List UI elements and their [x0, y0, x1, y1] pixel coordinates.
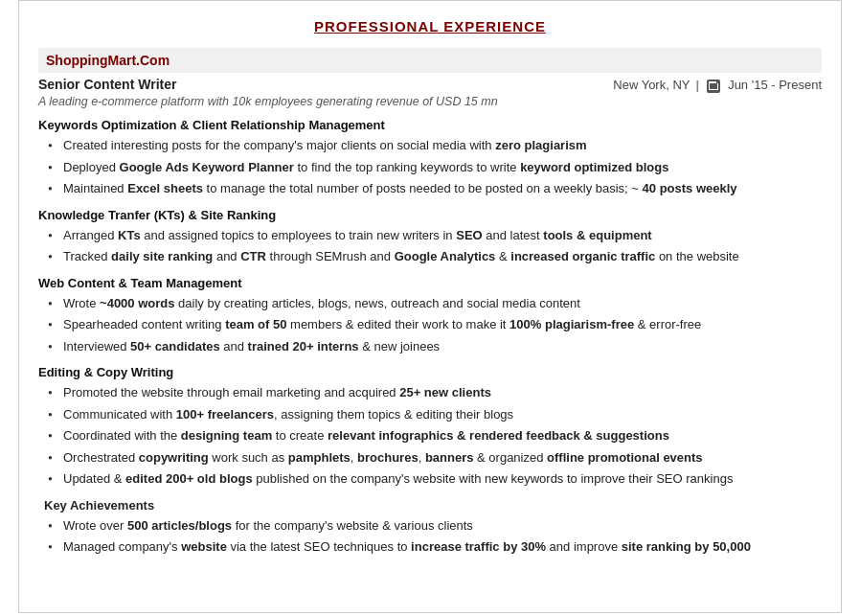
list-item: Tracked daily site ranking and CTR throu… [48, 247, 822, 266]
resume-page: PROFESSIONAL EXPERIENCE ShoppingMart.Com… [18, 0, 842, 613]
calendar-icon [707, 80, 720, 93]
subsection-title-keywords: Keywords Optimization & Client Relations… [38, 118, 822, 132]
subsection-keywords: Keywords Optimization & Client Relations… [38, 118, 822, 198]
bullet-list-achievements: Wrote over 500 articles/blogs for the co… [38, 516, 822, 557]
job-header: Senior Content Writer New York, NY | Jun… [38, 77, 822, 92]
list-item: Communicated with 100+ freelancers, assi… [48, 405, 822, 424]
subsection-achievements: Key Achievements Wrote over 500 articles… [38, 498, 822, 557]
list-item: Created interesting posts for the compan… [48, 136, 822, 155]
section-title: PROFESSIONAL EXPERIENCE [38, 18, 822, 34]
list-item: Interviewed 50+ candidates and trained 2… [48, 337, 822, 356]
list-item: Maintained Excel sheets to manage the to… [48, 179, 822, 198]
list-item: Coordinated with the designing team to c… [48, 426, 822, 445]
list-item: Promoted the website through email marke… [48, 383, 822, 402]
date-range: Jun '15 - Present [728, 78, 822, 92]
list-item: Arranged KTs and assigned topics to empl… [48, 226, 822, 245]
subsection-title-editing: Editing & Copy Writing [38, 365, 822, 379]
job-meta: New York, NY | Jun '15 - Present [613, 78, 822, 92]
subsection-title-web-content: Web Content & Team Management [38, 276, 822, 290]
list-item: Spearheaded content writing team of 50 m… [48, 315, 822, 334]
company-name: ShoppingMart.Com [46, 53, 170, 68]
achievements-title: Key Achievements [44, 498, 822, 513]
job-title: Senior Content Writer [38, 77, 176, 92]
subsection-web-content: Web Content & Team Management Wrote ~400… [38, 276, 822, 356]
separator: | [695, 78, 699, 92]
list-item: Wrote over 500 articles/blogs for the co… [48, 516, 822, 536]
subsection-title-knowledge: Knowledge Tranfer (KTs) & Site Ranking [38, 208, 822, 222]
bullet-list-keywords: Created interesting posts for the compan… [38, 136, 822, 198]
bullet-list-editing: Promoted the website through email marke… [38, 383, 822, 489]
subsection-knowledge: Knowledge Tranfer (KTs) & Site Ranking A… [38, 208, 822, 266]
bullet-list-knowledge: Arranged KTs and assigned topics to empl… [38, 226, 822, 266]
list-item: Orchestrated copywriting work such as pa… [48, 448, 822, 468]
bullet-list-web-content: Wrote ~4000 words daily by creating arti… [38, 294, 822, 356]
list-item: Wrote ~4000 words daily by creating arti… [48, 294, 822, 313]
company-bar: ShoppingMart.Com [38, 48, 822, 73]
list-item: Updated & edited 200+ old blogs publishe… [48, 469, 822, 489]
list-item: Managed company's website via the latest… [48, 537, 822, 557]
list-item: Deployed Google Ads Keyword Planner to f… [48, 158, 822, 177]
location: New York, NY [613, 78, 690, 92]
job-description: A leading e-commerce platform with 10k e… [38, 95, 822, 108]
subsection-editing: Editing & Copy Writing Promoted the webs… [38, 365, 822, 489]
